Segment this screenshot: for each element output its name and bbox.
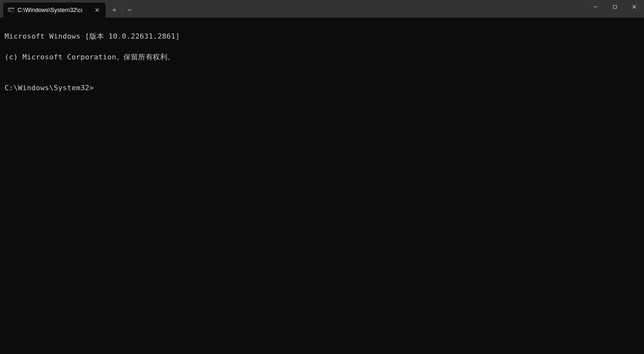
window-controls	[586, 0, 644, 14]
tabbar-divider	[122, 6, 122, 14]
active-tab[interactable]: C:\Windows\System32\cı	[3, 3, 106, 18]
maximize-button[interactable]	[605, 0, 625, 14]
minimize-button[interactable]	[586, 0, 605, 14]
tabbar-actions	[108, 3, 136, 18]
terminal-cursor	[94, 83, 98, 91]
terminal-prompt: C:\Windows\System32>	[5, 83, 94, 93]
tab-title: C:\Windows\System32\cı	[18, 7, 90, 14]
terminal-content[interactable]: Microsoft Windows [版本 10.0.22631.2861] (…	[0, 18, 644, 354]
terminal-output-line: (c) Microsoft Corporation。保留所有权利。	[5, 52, 639, 62]
terminal-icon	[8, 7, 14, 13]
tab-close-button[interactable]	[93, 6, 101, 14]
svg-rect-8	[613, 5, 616, 8]
new-tab-button[interactable]	[108, 4, 121, 16]
close-button[interactable]	[625, 0, 644, 14]
svg-rect-1	[8, 8, 14, 9]
terminal-output-line: Microsoft Windows [版本 10.0.22631.2861]	[5, 31, 639, 42]
tab-dropdown-button[interactable]	[123, 4, 136, 16]
titlebar: C:\Windows\System32\cı	[0, 0, 644, 18]
